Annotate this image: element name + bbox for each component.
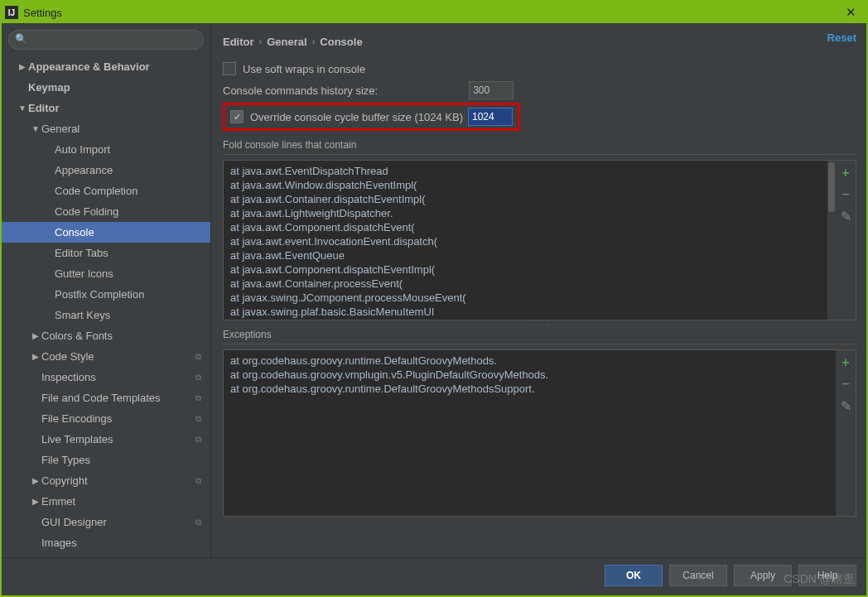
tree-item-label: GUI Designer <box>41 516 192 528</box>
remove-icon[interactable]: − <box>841 377 849 392</box>
arrow-icon: ▶ <box>30 331 41 340</box>
exceptions-text[interactable]: at org.codehaus.groovy.runtime.DefaultGr… <box>224 350 836 516</box>
breadcrumb: Editor › General › Console <box>223 30 856 53</box>
tree-item-label: Code Style <box>41 350 192 363</box>
remove-icon[interactable]: − <box>841 187 849 202</box>
tree-item-editor-tabs[interactable]: Editor Tabs <box>2 243 210 263</box>
history-size-field[interactable] <box>469 81 514 99</box>
tree-item-gutter-icons[interactable]: Gutter Icons <box>2 263 210 284</box>
arrow-icon: ▶ <box>30 476 41 485</box>
sidebar: 🔍 ▶Appearance & BehaviorKeymap▼Editor▼Ge… <box>2 23 211 557</box>
breadcrumb-item: Console <box>320 36 362 48</box>
arrow-icon: ▶ <box>17 62 28 71</box>
ok-button[interactable]: OK <box>605 565 663 586</box>
project-badge-icon: ⧉ <box>192 392 204 404</box>
chevron-right-icon: › <box>259 36 263 46</box>
app-icon: IJ <box>5 6 18 19</box>
tree-item-inspections[interactable]: Inspections⧉ <box>2 367 210 388</box>
arrow-icon: ▼ <box>30 124 41 133</box>
tree-item-label: Gutter Icons <box>55 267 204 280</box>
tree-item-code-folding[interactable]: Code Folding <box>2 201 210 222</box>
tree-item-label: File Encodings <box>41 412 192 425</box>
override-buffer-label: Override console cycle buffer size (1024… <box>250 111 463 123</box>
tree-item-gui-designer[interactable]: GUI Designer⧉ <box>2 512 210 532</box>
tree-item-general[interactable]: ▼General <box>2 118 210 139</box>
breadcrumb-item[interactable]: Editor <box>223 36 254 48</box>
fold-section-label: Fold console lines that contain <box>223 139 856 151</box>
add-icon[interactable]: + <box>841 166 849 181</box>
titlebar: IJ Settings ✕ <box>2 2 866 23</box>
tree-item-label: Copyright <box>41 474 192 487</box>
tree-item-label: File Types <box>41 454 204 466</box>
tree-item-label: Images <box>41 537 204 549</box>
tree-item-label: Auto Import <box>55 143 204 156</box>
override-buffer-field[interactable] <box>468 108 513 126</box>
tree-item-appearance-behavior[interactable]: ▶Appearance & Behavior <box>2 56 210 77</box>
soft-wrap-label: Use soft wraps in console <box>243 63 365 75</box>
tree-item-emmet[interactable]: ▶Emmet <box>2 491 210 512</box>
tree-item-label: Keymap <box>28 81 204 94</box>
history-size-label: Console commands history size: <box>223 84 378 97</box>
tree-item-label: Editor <box>28 102 204 114</box>
tree-item-label: Inspections <box>41 371 192 383</box>
tree-item-colors-fonts[interactable]: ▶Colors & Fonts <box>2 325 210 346</box>
exceptions-area: at org.codehaus.groovy.runtime.DefaultGr… <box>223 349 856 517</box>
tree-item-code-completion[interactable]: Code Completion <box>2 181 210 201</box>
tree-item-console[interactable]: Console <box>2 222 210 243</box>
search-input[interactable] <box>8 30 204 50</box>
splitter[interactable]: ┄┄┄┄ <box>223 320 856 329</box>
tree-item-file-encodings[interactable]: File Encodings⧉ <box>2 408 210 429</box>
reset-link[interactable]: Reset <box>827 31 856 44</box>
exceptions-section-label: Exceptions <box>223 329 856 340</box>
tree-item-label: Live Templates <box>41 433 192 445</box>
override-buffer-highlight: ✓ Override console cycle buffer size (10… <box>223 103 520 131</box>
soft-wrap-checkbox[interactable] <box>223 62 236 75</box>
tree-item-code-style[interactable]: ▶Code Style⧉ <box>2 346 210 367</box>
tree-item-appearance[interactable]: Appearance <box>2 160 210 181</box>
tree-item-images[interactable]: Images <box>2 532 210 553</box>
tree-item-postfix-completion[interactable]: Postfix Completion <box>2 284 210 305</box>
tree-item-editor[interactable]: ▼Editor <box>2 98 210 118</box>
arrow-icon: ▶ <box>30 497 41 506</box>
dialog-footer: OK Cancel Apply Help <box>2 557 866 593</box>
override-buffer-checkbox[interactable]: ✓ <box>230 110 244 123</box>
tree-item-label: Code Completion <box>55 185 204 197</box>
breadcrumb-item[interactable]: General <box>267 36 306 48</box>
tree-item-label: Editor Tabs <box>55 247 204 259</box>
tree-item-auto-import[interactable]: Auto Import <box>2 139 210 160</box>
close-icon[interactable]: ✕ <box>838 5 863 20</box>
content-panel: Reset Editor › General › Console Use sof… <box>211 23 866 557</box>
tree-item-copyright[interactable]: ▶Copyright⧉ <box>2 470 210 491</box>
edit-icon[interactable]: ✎ <box>841 209 851 224</box>
help-button[interactable]: Help <box>798 565 856 586</box>
edit-icon[interactable]: ✎ <box>841 398 851 414</box>
tree-item-smart-keys[interactable]: Smart Keys <box>2 305 210 325</box>
tree-item-live-templates[interactable]: Live Templates⧉ <box>2 429 210 450</box>
project-badge-icon: ⧉ <box>192 475 204 487</box>
tree-item-file-and-code-templates[interactable]: File and Code Templates⧉ <box>2 388 210 408</box>
tree-item-file-types[interactable]: File Types <box>2 450 210 470</box>
tree-item-label: Emmet <box>41 495 204 508</box>
tree-item-label: File and Code Templates <box>41 392 192 404</box>
project-badge-icon: ⧉ <box>192 434 204 445</box>
settings-tree[interactable]: ▶Appearance & BehaviorKeymap▼Editor▼Gene… <box>2 53 210 557</box>
cancel-button[interactable]: Cancel <box>669 565 727 586</box>
scrollbar[interactable] <box>827 161 836 320</box>
arrow-icon: ▼ <box>17 104 28 113</box>
add-icon[interactable]: + <box>841 355 849 370</box>
chevron-right-icon: › <box>312 36 316 46</box>
tree-item-label: Console <box>55 226 204 238</box>
project-badge-icon: ⧉ <box>192 372 204 383</box>
tree-item-label: Appearance <box>55 164 204 176</box>
tree-item-label: Postfix Completion <box>55 288 204 301</box>
arrow-icon: ▶ <box>30 352 41 361</box>
apply-button[interactable]: Apply <box>734 565 792 586</box>
project-badge-icon: ⧉ <box>192 517 204 528</box>
tree-item-label: Appearance & Behavior <box>28 60 204 73</box>
tree-item-label: Colors & Fonts <box>41 330 204 342</box>
project-badge-icon: ⧉ <box>192 413 204 425</box>
fold-lines-area: at java.awt.EventDispatchThread at java.… <box>223 160 856 320</box>
project-badge-icon: ⧉ <box>192 351 204 363</box>
tree-item-keymap[interactable]: Keymap <box>2 77 210 98</box>
fold-lines-text[interactable]: at java.awt.EventDispatchThread at java.… <box>224 161 827 320</box>
